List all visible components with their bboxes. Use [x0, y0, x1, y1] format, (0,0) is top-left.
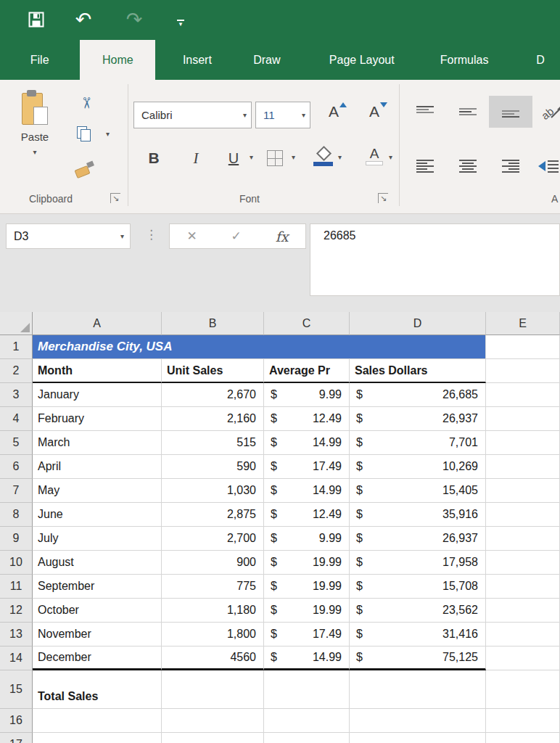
- row-header-17[interactable]: 17: [0, 733, 33, 743]
- align-center-button[interactable]: [452, 154, 484, 178]
- cell-C3[interactable]: $9.99: [264, 383, 350, 407]
- cell-A4[interactable]: February: [33, 407, 162, 431]
- select-all-button[interactable]: [0, 312, 33, 335]
- clipboard-dialog-launcher[interactable]: ↘: [110, 193, 120, 203]
- cell-C8[interactable]: $12.49: [264, 503, 350, 527]
- cell-D16[interactable]: [350, 709, 486, 733]
- cell-E13[interactable]: [486, 623, 560, 646]
- font-size-combo[interactable]: 11 ▾: [255, 102, 310, 128]
- cell-A6[interactable]: April: [33, 455, 162, 479]
- cell-D5[interactable]: $7,701: [350, 431, 486, 455]
- row-header-10[interactable]: 10: [0, 551, 33, 575]
- formula-bar-input[interactable]: 26685: [310, 223, 560, 296]
- cell-A8[interactable]: June: [33, 503, 162, 527]
- cancel-icon[interactable]: ✕: [186, 229, 197, 244]
- cell-B6[interactable]: 590: [162, 455, 264, 479]
- cell-A15[interactable]: Total Sales: [33, 670, 162, 709]
- cell-C6[interactable]: $17.49: [264, 455, 350, 479]
- row-header-8[interactable]: 8: [0, 503, 33, 527]
- cell-C11[interactable]: $19.99: [264, 575, 350, 599]
- cell-E3[interactable]: [486, 383, 560, 407]
- align-right-button[interactable]: [495, 154, 527, 178]
- cell-C15[interactable]: [264, 670, 350, 709]
- underline-dropdown[interactable]: ▾: [250, 154, 253, 161]
- font-color-dropdown[interactable]: ▾: [389, 154, 392, 161]
- bottom-align-button-selected[interactable]: [489, 96, 532, 128]
- cell-C12[interactable]: $19.99: [264, 599, 350, 623]
- cell-D3[interactable]: $26,685: [350, 383, 486, 407]
- column-header-C[interactable]: C: [264, 312, 350, 335]
- cell-E7[interactable]: [486, 479, 560, 503]
- cell-A9[interactable]: July: [33, 527, 162, 551]
- orientation-button[interactable]: ab: [540, 99, 560, 125]
- cell-D6[interactable]: $10,269: [350, 455, 486, 479]
- cell-B12[interactable]: 1,180: [162, 599, 264, 623]
- cell-B15[interactable]: [162, 670, 264, 709]
- cell-D12[interactable]: $23,562: [350, 599, 486, 623]
- tab-formulas[interactable]: Formulas: [425, 40, 503, 80]
- cell-E11[interactable]: [486, 575, 560, 599]
- borders-dropdown[interactable]: ▾: [292, 154, 295, 161]
- cell-A14[interactable]: December: [33, 646, 162, 670]
- cell-E17[interactable]: [486, 733, 560, 743]
- row-header-12[interactable]: 12: [0, 599, 33, 623]
- name-box[interactable]: D3 ▾: [6, 223, 131, 249]
- cell-A5[interactable]: March: [33, 431, 162, 455]
- cell-A16[interactable]: [33, 709, 162, 733]
- cell-E2[interactable]: [486, 359, 560, 383]
- cell-B17[interactable]: [162, 733, 264, 743]
- cell-C13[interactable]: $17.49: [264, 623, 350, 646]
- cell-B2[interactable]: Unit Sales: [162, 359, 264, 383]
- cell-E6[interactable]: [486, 455, 560, 479]
- cell-A12[interactable]: October: [33, 599, 162, 623]
- cell-A17[interactable]: [33, 733, 162, 743]
- format-painter-button[interactable]: [75, 161, 97, 180]
- row-header-11[interactable]: 11: [0, 575, 33, 599]
- tab-insert[interactable]: Insert: [169, 40, 225, 80]
- paste-button[interactable]: Paste ▾: [10, 86, 59, 187]
- row-header-3[interactable]: 3: [0, 383, 33, 407]
- copy-button[interactable]: [77, 126, 96, 145]
- cell-D11[interactable]: $15,708: [350, 575, 486, 599]
- cell-D10[interactable]: $17,958: [350, 551, 486, 575]
- cell-B11[interactable]: 775: [162, 575, 264, 599]
- column-header-A[interactable]: A: [33, 312, 162, 335]
- cell-E15[interactable]: [486, 670, 560, 709]
- cell-B16[interactable]: [162, 709, 264, 733]
- cell-C9[interactable]: $9.99: [264, 527, 350, 551]
- cell-C7[interactable]: $14.99: [264, 479, 350, 503]
- row-header-13[interactable]: 13: [0, 623, 33, 646]
- font-dialog-launcher[interactable]: ↘: [378, 193, 388, 203]
- cell-E5[interactable]: [486, 431, 560, 455]
- cell-E8[interactable]: [486, 503, 560, 527]
- tab-file[interactable]: File: [15, 40, 65, 80]
- italic-button[interactable]: I: [184, 147, 207, 170]
- column-header-B[interactable]: B: [162, 312, 264, 335]
- copy-dropdown[interactable]: ▾: [106, 131, 110, 138]
- row-header-2[interactable]: 2: [0, 359, 33, 383]
- cell-C16[interactable]: [264, 709, 350, 733]
- tab-data[interactable]: D: [521, 40, 560, 80]
- cell-B13[interactable]: 1,800: [162, 623, 264, 646]
- save-button[interactable]: [24, 7, 49, 32]
- decrease-font-size-button[interactable]: A: [360, 103, 389, 128]
- row-header-4[interactable]: 4: [0, 407, 33, 431]
- borders-button[interactable]: [267, 150, 283, 166]
- cell-D7[interactable]: $15,405: [350, 479, 486, 503]
- cell-A7[interactable]: May: [33, 479, 162, 503]
- align-left-button[interactable]: [409, 154, 441, 178]
- cell-B3[interactable]: 2,670: [162, 383, 264, 407]
- row-header-1[interactable]: 1: [0, 335, 33, 359]
- enter-icon[interactable]: ✓: [231, 229, 242, 244]
- cell-E4[interactable]: [486, 407, 560, 431]
- cell-C4[interactable]: $12.49: [264, 407, 350, 431]
- cell-C14[interactable]: $14.99: [264, 646, 350, 670]
- cell-C10[interactable]: $19.99: [264, 551, 350, 575]
- increase-font-size-button[interactable]: A: [319, 103, 348, 128]
- cell-A3[interactable]: January: [33, 383, 162, 407]
- row-header-9[interactable]: 9: [0, 527, 33, 551]
- cell-D9[interactable]: $26,937: [350, 527, 486, 551]
- cell-A10[interactable]: August: [33, 551, 162, 575]
- formula-bar-resize-dots[interactable]: ⋮: [145, 227, 157, 242]
- tab-home[interactable]: Home: [80, 40, 155, 80]
